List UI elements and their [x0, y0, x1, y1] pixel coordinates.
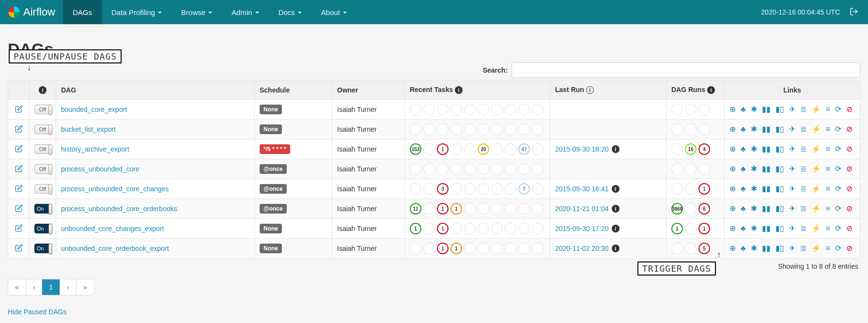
zap-icon[interactable]: ⚡: [811, 185, 821, 193]
schedule-badge[interactable]: @once: [260, 204, 287, 214]
status-circle[interactable]: [671, 143, 683, 155]
landing-times-icon[interactable]: ✈: [789, 145, 795, 153]
tasks-duration-icon[interactable]: ▮▮: [762, 245, 771, 252]
delete-dag-icon[interactable]: ⊘: [846, 106, 852, 113]
trigger-dag-icon[interactable]: ⊕: [729, 106, 736, 113]
status-circle[interactable]: [532, 163, 543, 175]
zap-icon[interactable]: ⚡: [811, 245, 821, 252]
delete-dag-icon[interactable]: ⊘: [846, 205, 852, 213]
edit-dag-icon[interactable]: [15, 206, 23, 214]
schedule-badge[interactable]: */5 * * * *: [260, 144, 290, 154]
schedule-badge[interactable]: None: [260, 105, 282, 114]
pause-toggle[interactable]: On: [34, 204, 51, 214]
status-circle[interactable]: [437, 123, 449, 135]
last-run-link[interactable]: 2020-11-02 20:30i: [555, 245, 620, 252]
graph-view-icon[interactable]: ✱: [751, 245, 757, 252]
status-circle[interactable]: [671, 123, 683, 135]
refresh-icon[interactable]: ⟳: [835, 185, 841, 193]
status-circle[interactable]: [437, 104, 449, 115]
landing-times-icon[interactable]: ✈: [789, 205, 795, 213]
status-circle[interactable]: [410, 243, 421, 254]
gantt-icon[interactable]: ≣: [800, 125, 806, 133]
status-circle[interactable]: [478, 163, 489, 175]
task-tries-icon[interactable]: ▮▯: [775, 145, 784, 153]
status-circle[interactable]: [505, 123, 516, 135]
graph-view-icon[interactable]: ✱: [751, 106, 757, 113]
status-circle[interactable]: [478, 223, 489, 234]
page-last[interactable]: »: [77, 279, 94, 295]
status-circle[interactable]: [671, 163, 683, 175]
task-tries-icon[interactable]: ▮▯: [775, 205, 784, 213]
status-circle[interactable]: [518, 223, 530, 234]
edit-dag-icon[interactable]: [15, 226, 23, 233]
last-run-link[interactable]: 2015-09-30 16:41i: [555, 185, 620, 193]
status-circle[interactable]: 47: [518, 143, 530, 155]
status-circle[interactable]: [518, 123, 530, 135]
status-circle[interactable]: [518, 203, 530, 215]
task-tries-icon[interactable]: ▮▯: [775, 225, 784, 232]
tree-view-icon[interactable]: ♣: [741, 185, 746, 193]
gantt-icon[interactable]: ≣: [800, 165, 806, 173]
graph-view-icon[interactable]: ✱: [751, 205, 757, 213]
edit-dag-icon[interactable]: [15, 107, 23, 114]
status-circle[interactable]: [671, 104, 683, 115]
status-circle[interactable]: 6: [698, 203, 710, 215]
status-circle[interactable]: [410, 183, 421, 195]
status-circle[interactable]: [450, 163, 462, 175]
status-circle[interactable]: [478, 104, 489, 115]
logs-icon[interactable]: ≡: [826, 125, 830, 133]
status-circle[interactable]: [478, 183, 489, 195]
status-circle[interactable]: [464, 143, 476, 155]
tree-view-icon[interactable]: ♣: [741, 245, 746, 252]
logs-icon[interactable]: ≡: [826, 165, 830, 173]
landing-times-icon[interactable]: ✈: [789, 245, 795, 252]
delete-dag-icon[interactable]: ⊘: [846, 245, 852, 252]
tree-view-icon[interactable]: ♣: [741, 145, 746, 153]
delete-dag-icon[interactable]: ⊘: [846, 145, 852, 153]
zap-icon[interactable]: ⚡: [811, 225, 821, 232]
status-circle[interactable]: [450, 223, 462, 234]
last-run-link[interactable]: 2015-09-30 17:20i: [555, 225, 620, 232]
landing-times-icon[interactable]: ✈: [789, 165, 795, 173]
landing-times-icon[interactable]: ✈: [789, 225, 795, 232]
logs-icon[interactable]: ≡: [826, 225, 830, 232]
landing-times-icon[interactable]: ✈: [789, 106, 795, 113]
status-circle[interactable]: [671, 183, 683, 195]
status-circle[interactable]: [505, 243, 516, 254]
status-circle[interactable]: [410, 163, 421, 175]
pause-toggle[interactable]: Off: [34, 184, 51, 194]
status-circle[interactable]: 1: [698, 183, 710, 195]
status-circle[interactable]: 1: [437, 143, 449, 155]
status-circle[interactable]: [491, 183, 503, 195]
status-circle[interactable]: [423, 123, 435, 135]
page-prev[interactable]: ‹: [26, 279, 43, 295]
tasks-duration-icon[interactable]: ▮▮: [762, 125, 771, 133]
status-circle[interactable]: [532, 203, 543, 215]
tree-view-icon[interactable]: ♣: [741, 125, 746, 133]
status-circle[interactable]: [532, 104, 543, 115]
status-circle[interactable]: [518, 163, 530, 175]
refresh-icon[interactable]: ⟳: [835, 165, 841, 173]
status-circle[interactable]: [464, 203, 476, 215]
status-circle[interactable]: [450, 183, 462, 195]
refresh-icon[interactable]: ⟳: [835, 205, 841, 213]
status-circle[interactable]: [410, 104, 421, 115]
logs-icon[interactable]: ≡: [826, 185, 830, 193]
status-circle[interactable]: 20: [478, 143, 489, 155]
status-circle[interactable]: [423, 104, 435, 115]
logs-icon[interactable]: ≡: [826, 106, 830, 113]
landing-times-icon[interactable]: ✈: [789, 185, 795, 193]
page-1[interactable]: 1: [42, 279, 60, 295]
status-circle[interactable]: [437, 163, 449, 175]
status-circle[interactable]: [685, 223, 697, 234]
status-circle[interactable]: [698, 104, 710, 115]
logs-icon[interactable]: ≡: [826, 245, 830, 252]
nav-item-about[interactable]: About: [311, 0, 356, 24]
gantt-icon[interactable]: ≣: [800, 245, 806, 252]
status-circle[interactable]: [518, 243, 530, 254]
gantt-icon[interactable]: ≣: [800, 145, 806, 153]
dag-link[interactable]: bounded_core_export: [61, 106, 127, 113]
tree-view-icon[interactable]: ♣: [741, 165, 746, 173]
graph-view-icon[interactable]: ✱: [751, 225, 757, 232]
dag-link[interactable]: bucket_list_export: [61, 125, 116, 133]
